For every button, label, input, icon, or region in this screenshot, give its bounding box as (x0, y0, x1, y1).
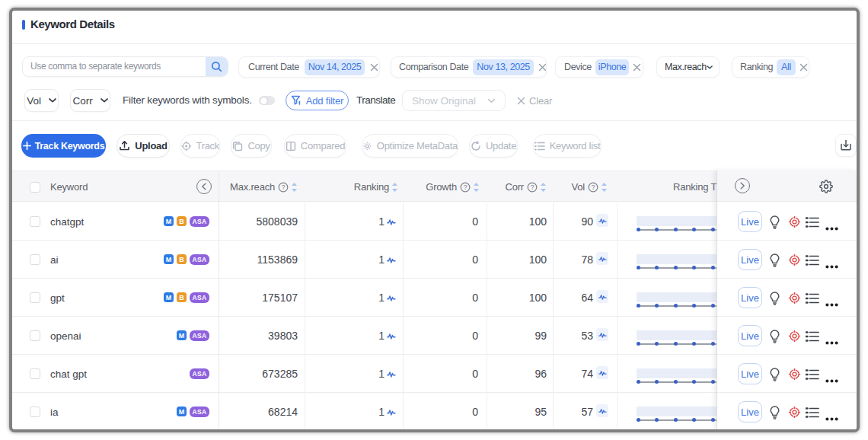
svg-text:?: ? (531, 183, 535, 191)
svg-text:?: ? (282, 183, 286, 191)
svg-text:?: ? (464, 183, 468, 191)
svg-text:?: ? (592, 183, 595, 191)
